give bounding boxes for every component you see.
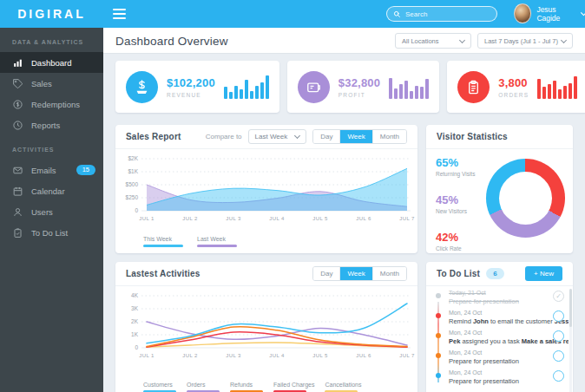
menu-icon[interactable] bbox=[113, 9, 126, 19]
sales-range-toggle: DayWeekMonth bbox=[312, 129, 407, 144]
svg-text:JUL 3: JUL 3 bbox=[226, 216, 241, 221]
compare-to-value: Last Week bbox=[255, 133, 288, 140]
location-filter-value: All Locations bbox=[402, 37, 439, 45]
activities-legend: CustomersOrdersRefundsFailed ChargesCanc… bbox=[143, 382, 362, 392]
sales-report-legend: This WeekLast Week bbox=[143, 236, 237, 247]
visitor-stat-value: 65% bbox=[436, 156, 475, 169]
todo-checkbox[interactable] bbox=[553, 330, 564, 342]
sidebar-item-sales[interactable]: Sales bbox=[0, 73, 103, 94]
stats-row: $102,200REVENUE$32,800PROFIT3,800ORDERS bbox=[115, 61, 573, 113]
chevron-down-icon bbox=[459, 36, 465, 42]
search-input[interactable] bbox=[405, 10, 490, 18]
range-button-day[interactable]: Day bbox=[313, 130, 339, 143]
legend-swatch bbox=[143, 245, 183, 247]
legend-item-failed-charges: Failed Charges bbox=[273, 382, 314, 392]
sidebar-item-label: Emails bbox=[31, 166, 56, 175]
revenue-icon bbox=[126, 71, 158, 103]
todo-checkbox[interactable] bbox=[553, 350, 564, 362]
todo-date: Mon, 24 Oct bbox=[449, 350, 549, 356]
range-button-month[interactable]: Month bbox=[372, 267, 406, 280]
tag-icon bbox=[12, 78, 23, 89]
todo-checkbox[interactable] bbox=[553, 370, 564, 382]
stat-card-profit: $32,800PROFIT bbox=[287, 61, 439, 113]
latest-activities-card: Lastest Activities DayWeekMonth 4K3K2K1K… bbox=[115, 262, 417, 392]
visitor-statistics-card: Visitor Statistics 65%Returning Visits45… bbox=[426, 125, 573, 253]
range-button-week[interactable]: Week bbox=[339, 130, 371, 143]
todo-list: Today, 21 OctPrepare for presentation✓Mo… bbox=[426, 287, 569, 392]
todo-dot bbox=[436, 293, 441, 298]
compare-to-select[interactable]: Last Week bbox=[248, 129, 307, 144]
todo-date: Mon, 24 Oct bbox=[449, 330, 549, 336]
stat-meta: 3,800ORDERS bbox=[498, 76, 529, 98]
svg-text:JUL 1: JUL 1 bbox=[139, 353, 154, 358]
sidebar-item-emails[interactable]: Emails15 bbox=[0, 160, 103, 180]
todo-date: Mon, 24 Oct bbox=[449, 369, 549, 376]
new-todo-button[interactable]: + New bbox=[525, 266, 562, 281]
svg-text:$250: $250 bbox=[126, 194, 139, 200]
stat-value: $32,800 bbox=[339, 76, 380, 89]
todo-checkbox[interactable]: ✓ bbox=[553, 291, 564, 302]
todo-item: Today, 21 OctPrepare for presentation✓ bbox=[426, 287, 569, 307]
visitor-stat-value: 42% bbox=[436, 231, 475, 244]
sidebar-item-reports[interactable]: Reports bbox=[0, 114, 103, 135]
svg-text:JUL 6: JUL 6 bbox=[356, 353, 371, 358]
todo-body: Mon, 24 OctPrepare for presentation bbox=[449, 350, 549, 365]
todo-dot bbox=[436, 313, 441, 318]
todo-dot bbox=[436, 333, 441, 338]
stat-sparkline bbox=[537, 75, 577, 99]
svg-text:JUL 2: JUL 2 bbox=[182, 216, 198, 221]
stat-label: PROFIT bbox=[339, 92, 380, 98]
chevron-down-icon bbox=[561, 36, 567, 42]
legend-label: Failed Charges bbox=[273, 382, 314, 388]
envelope-icon bbox=[12, 165, 23, 176]
todo-body: Mon, 24 OctPrepare for presentation bbox=[449, 369, 549, 385]
sidebar-item-redemptions[interactable]: Redemptions bbox=[0, 94, 103, 114]
sidebar-item-label: To Do List bbox=[31, 228, 68, 238]
visitor-stat-click-rate: 42%Click Rate bbox=[436, 231, 475, 252]
range-button-day[interactable]: Day bbox=[313, 267, 339, 280]
todo-dot bbox=[436, 353, 441, 358]
date-range-filter[interactable]: Last 7 Days (Jul 1 - Jul 7) bbox=[477, 33, 573, 49]
range-button-week[interactable]: Week bbox=[339, 267, 371, 280]
sidebar-item-dashboard[interactable]: Dashboard bbox=[0, 52, 103, 73]
todo-dot bbox=[436, 373, 441, 378]
page-title: Dashboard Overview bbox=[115, 35, 228, 48]
svg-text:0: 0 bbox=[135, 344, 138, 350]
sales-report-chart: $2K$1K$500$2500JUL 1JUL 2JUL 3JUL 4JUL 5… bbox=[117, 152, 416, 226]
sidebar-item-users[interactable]: Users bbox=[0, 201, 103, 222]
svg-text:JUL 4: JUL 4 bbox=[269, 216, 285, 221]
stat-meta: $32,800PROFIT bbox=[339, 76, 380, 98]
legend-item-customers: Customers bbox=[143, 382, 176, 392]
avatar bbox=[514, 3, 531, 23]
bar-chart-icon bbox=[12, 57, 23, 69]
legend-label: This Week bbox=[143, 236, 183, 242]
todo-card: To Do List 6 + New Today, 21 OctPrepare … bbox=[426, 262, 573, 392]
profit-icon bbox=[298, 71, 330, 103]
stat-meta: $102,200REVENUE bbox=[167, 76, 215, 98]
todo-item: Mon, 24 OctPek assigned you a task Make … bbox=[426, 327, 569, 347]
svg-text:JUL 7: JUL 7 bbox=[399, 216, 415, 221]
search-box bbox=[386, 6, 497, 22]
user-menu[interactable]: Jesus Cagide bbox=[514, 3, 585, 23]
dollar-circle-icon bbox=[12, 99, 23, 110]
sidebar-item-calendar[interactable]: Calendar bbox=[0, 180, 103, 201]
visitor-stat-new-visitors: 45%New Visitors bbox=[436, 193, 475, 214]
svg-text:0: 0 bbox=[135, 207, 138, 213]
visitor-stat-value: 45% bbox=[436, 193, 475, 206]
location-filter[interactable]: All Locations bbox=[395, 33, 471, 49]
todo-text: Pek assigned you a task Make a sales rep… bbox=[449, 337, 549, 345]
user-name: Jesus Cagide bbox=[536, 5, 575, 23]
activities-chart: 4K3K2K1K0JUL 1JUL 2JUL 3JUL 4JUL 5JUL 6J… bbox=[117, 289, 416, 363]
todo-checkbox[interactable] bbox=[553, 310, 564, 322]
sidebar-section-label: DATA & ANALYTICS bbox=[0, 28, 103, 52]
range-button-month[interactable]: Month bbox=[372, 130, 406, 143]
todo-text: Prepare for presentation bbox=[449, 377, 549, 385]
sidebar-item-to-do-list[interactable]: To Do List bbox=[0, 222, 103, 243]
sidebar-item-label: Reports bbox=[31, 121, 60, 130]
svg-text:JUL 1: JUL 1 bbox=[139, 216, 154, 221]
todo-scrollbar[interactable] bbox=[569, 289, 572, 392]
date-filter-value: Last 7 Days (Jul 1 - Jul 7) bbox=[484, 37, 558, 45]
svg-text:JUL 6: JUL 6 bbox=[356, 216, 371, 221]
legend-label: Last Week bbox=[197, 236, 237, 242]
svg-text:JUL 3: JUL 3 bbox=[226, 353, 241, 358]
